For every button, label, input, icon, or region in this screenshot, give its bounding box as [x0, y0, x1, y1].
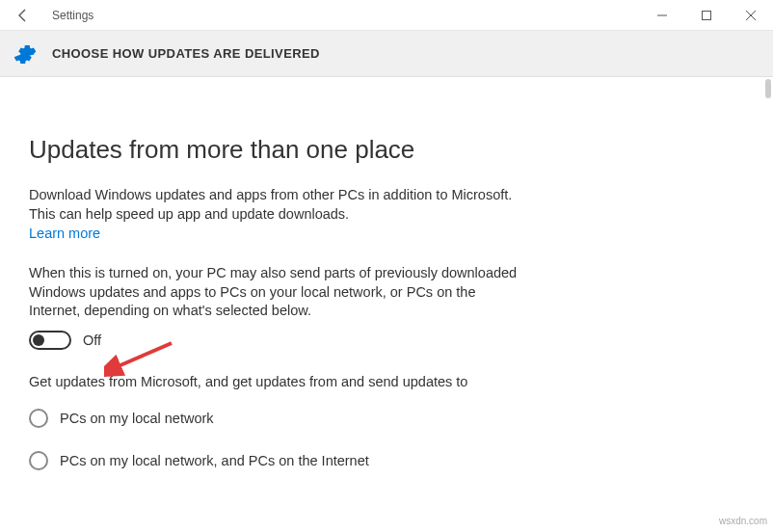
arrow-left-icon	[15, 8, 31, 23]
window-title: Settings	[46, 9, 640, 22]
watermark: wsxdn.com	[719, 516, 767, 526]
svg-rect-1	[703, 11, 711, 19]
scrollbar[interactable]	[765, 79, 771, 98]
intro-text: Download Windows updates and apps from o…	[29, 186, 520, 224]
options-heading: Get updates from Microsoft, and get upda…	[29, 373, 520, 392]
page-header: CHOOSE HOW UPDATES ARE DELIVERED	[0, 31, 773, 77]
maximize-icon	[702, 11, 711, 20]
radio-icon	[29, 409, 48, 428]
window-controls	[640, 0, 773, 31]
toggle-knob	[33, 334, 44, 346]
close-button[interactable]	[729, 0, 773, 31]
radio-icon	[29, 451, 48, 470]
page-title: CHOOSE HOW UPDATES ARE DELIVERED	[52, 46, 320, 61]
delivery-toggle[interactable]	[29, 331, 71, 350]
minimize-icon	[657, 11, 667, 20]
main-heading: Updates from more than one place	[29, 135, 520, 165]
toggle-row: Off	[29, 331, 520, 350]
gear-icon	[12, 40, 39, 67]
learn-more-link[interactable]: Learn more	[29, 226, 100, 241]
toggle-state-label: Off	[83, 332, 101, 348]
radio-label: PCs on my local network	[60, 411, 214, 426]
radio-option-internet[interactable]: PCs on my local network, and PCs on the …	[29, 451, 520, 470]
radio-label: PCs on my local network, and PCs on the …	[60, 453, 369, 468]
explanation-text: When this is turned on, your PC may also…	[29, 264, 520, 321]
maximize-button[interactable]	[684, 0, 729, 31]
close-icon	[746, 11, 756, 20]
title-bar: Settings	[0, 0, 773, 31]
back-button[interactable]	[0, 0, 46, 31]
radio-option-local[interactable]: PCs on my local network	[29, 409, 520, 428]
content-area: Updates from more than one place Downloa…	[0, 77, 549, 470]
minimize-button[interactable]	[640, 0, 684, 31]
